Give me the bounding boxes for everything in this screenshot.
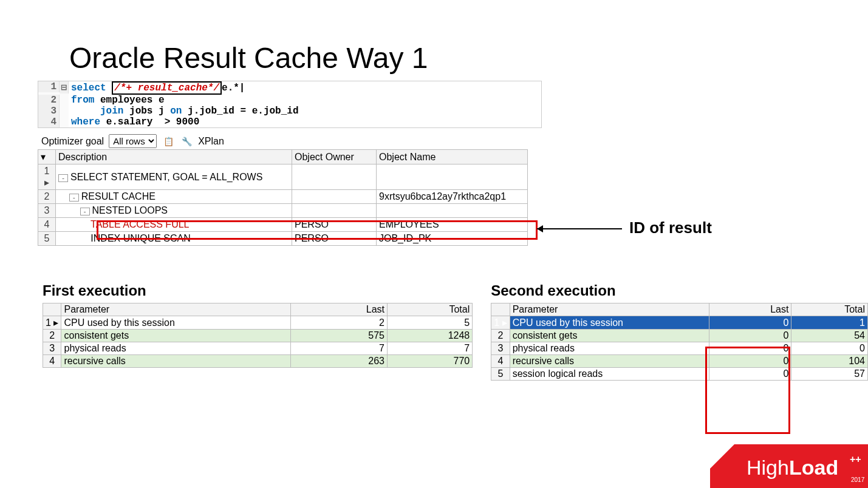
stat-parameter: CPU used by this session [510, 316, 709, 330]
stat-parameter: recursive calls [61, 355, 290, 368]
first-execution-section: First execution Parameter Last Total 1 ▸… [43, 282, 473, 368]
stats-row[interactable]: 4recursive calls0104 [491, 355, 868, 368]
grid-corner[interactable] [43, 303, 61, 316]
stat-total: 57 [791, 368, 868, 381]
first-execution-grid: Parameter Last Total 1 ▸CPU used by this… [43, 303, 473, 368]
refresh-icon[interactable]: 📋 [162, 135, 175, 148]
plan-object-name: 9xrtsyu6bca12ay7rkthca2qp1 [377, 190, 528, 204]
sql-line-2[interactable]: from employees e [69, 95, 541, 106]
stat-parameter: consistent gets [510, 330, 709, 342]
plan-owner: PERSO [292, 218, 377, 232]
stat-last: 0 [709, 316, 791, 330]
tools-icon[interactable]: 🔧 [180, 135, 193, 148]
col-total[interactable]: Total [791, 303, 868, 316]
stat-parameter: recursive calls [510, 355, 709, 368]
stats-row[interactable]: 3physical reads00 [491, 342, 868, 355]
plan-description: -SELECT STATEMENT, GOAL = ALL_ROWS [56, 164, 292, 190]
col-object-owner[interactable]: Object Owner [292, 150, 377, 164]
col-object-name[interactable]: Object Name [377, 150, 528, 164]
tree-toggle-icon[interactable]: - [69, 194, 79, 202]
stat-last: 0 [709, 368, 791, 381]
stats-row[interactable]: 1 ▸CPU used by this session25 [43, 316, 473, 330]
stat-last: 2 [290, 316, 387, 330]
toolbar: Optimizer goal All rows 📋 🔧 XPlan [41, 134, 868, 148]
plan-row[interactable]: 1 ▸-SELECT STATEMENT, GOAL = ALL_ROWS [38, 164, 528, 190]
row-number: 5 [38, 232, 56, 246]
stat-parameter: physical reads [510, 342, 709, 355]
stat-total: 770 [388, 355, 473, 368]
stat-total: 5 [388, 316, 473, 330]
col-parameter[interactable]: Parameter [61, 303, 290, 316]
col-last[interactable]: Last [290, 303, 387, 316]
row-number: 2 [491, 330, 510, 342]
stat-last: 0 [709, 355, 791, 368]
annotation-arrow [537, 228, 622, 229]
stat-last: 7 [290, 342, 387, 355]
first-execution-title: First execution [43, 282, 473, 299]
svg-text:++: ++ [850, 454, 861, 464]
second-execution-title: Second execution [491, 282, 868, 299]
plan-row[interactable]: 4 TABLE ACCESS FULLPERSOEMPLOYEES [38, 218, 528, 232]
plan-object-name: EMPLOYEES [377, 218, 528, 232]
row-number: 3 [491, 342, 510, 355]
plan-object-name: JOB_ID_PK [377, 232, 528, 246]
optimizer-goal-select[interactable]: All rows [109, 134, 157, 148]
col-last[interactable]: Last [709, 303, 791, 316]
gutter-line-2: 2 [38, 95, 60, 106]
page-title: Oracle Result Cache Way 1 [69, 41, 868, 75]
plan-description: -NESTED LOOPS [56, 204, 292, 218]
plan-object-name [377, 164, 528, 190]
sql-line-3[interactable]: join jobs j on j.job_id = e.job_id [69, 106, 541, 117]
stat-last: 0 [709, 342, 791, 355]
plan-description: INDEX UNIQUE SCAN [56, 232, 292, 246]
stats-row[interactable]: 1 ▸CPU used by this session01 [491, 316, 868, 330]
plan-owner: PERSO [292, 232, 377, 246]
row-number: 3 [38, 204, 56, 218]
grid-menu-button[interactable]: ▾ [38, 150, 56, 164]
gutter-line-1: 1 [38, 81, 60, 92]
plan-description: -RESULT CACHE [56, 190, 292, 204]
row-number: 1 ▸ [38, 164, 56, 190]
optimizer-goal-label: Optimizer goal [41, 136, 104, 147]
brand-logo: HighLoad ++ 2017 [710, 439, 868, 488]
row-number: 4 [43, 355, 61, 368]
annotation-id-of-result: ID of result [629, 219, 712, 237]
stat-parameter: consistent gets [61, 330, 290, 342]
plan-row[interactable]: 2 -RESULT CACHE9xrtsyu6bca12ay7rkthca2qp… [38, 190, 528, 204]
stat-parameter: CPU used by this session [61, 316, 290, 330]
stats-row[interactable]: 5session logical reads057 [491, 368, 868, 381]
stat-total: 1248 [388, 330, 473, 342]
row-number: 1 ▸ [491, 316, 510, 330]
col-parameter[interactable]: Parameter [510, 303, 709, 316]
second-execution-grid: Parameter Last Total 1 ▸CPU used by this… [491, 303, 868, 381]
sql-line-4[interactable]: where e.salary > 9000 [69, 117, 541, 127]
grid-corner[interactable] [491, 303, 510, 316]
stats-row[interactable]: 3physical reads77 [43, 342, 473, 355]
gutter-line-4: 4 [38, 117, 60, 127]
col-total[interactable]: Total [388, 303, 473, 316]
xplan-button[interactable]: XPlan [198, 136, 224, 147]
plan-grid: ▾ Description Object Owner Object Name 1… [38, 149, 528, 246]
gutter-line-3: 3 [38, 106, 60, 117]
row-number: 4 [491, 355, 510, 368]
tree-toggle-icon[interactable]: - [58, 174, 68, 182]
stats-row[interactable]: 4recursive calls263770 [43, 355, 473, 368]
row-number: 5 [491, 368, 510, 381]
plan-row[interactable]: 5 INDEX UNIQUE SCANPERSOJOB_ID_PK [38, 232, 528, 246]
row-number: 2 [43, 330, 61, 342]
tree-toggle-icon[interactable]: - [80, 208, 90, 215]
stat-total: 104 [791, 355, 868, 368]
stats-row[interactable]: 2consistent gets054 [491, 330, 868, 342]
stats-row[interactable]: 2consistent gets5751248 [43, 330, 473, 342]
sql-editor[interactable]: 1 ⊟ select /*+ result_cache*/e.*| 2from … [38, 81, 542, 128]
stat-parameter: session logical reads [510, 368, 709, 381]
stat-total: 0 [791, 342, 868, 355]
plan-row[interactable]: 3 -NESTED LOOPS [38, 204, 528, 218]
sql-line-1[interactable]: select /*+ result_cache*/e.*| [69, 81, 541, 95]
col-description[interactable]: Description [56, 150, 292, 164]
plan-description: TABLE ACCESS FULL [56, 218, 292, 232]
stat-total: 7 [388, 342, 473, 355]
stat-total: 54 [791, 330, 868, 342]
plan-owner [292, 164, 377, 190]
fold-toggle[interactable]: ⊟ [60, 81, 69, 93]
